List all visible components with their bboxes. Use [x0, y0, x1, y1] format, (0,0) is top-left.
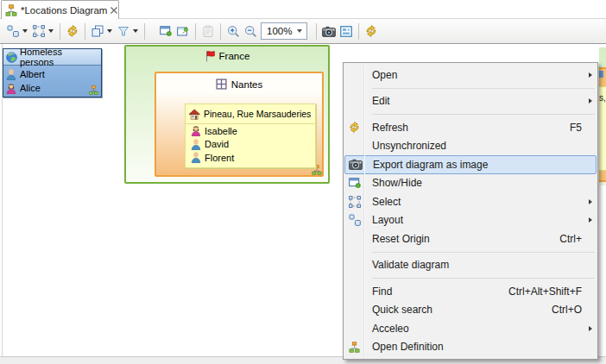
menu-item-open[interactable]: Open	[344, 66, 597, 85]
diagram-editor-window: *Locations Diagram	[0, 0, 606, 364]
person-female-icon	[191, 125, 201, 136]
list-item-albert[interactable]: Albert	[3, 67, 101, 81]
menu-item-reset-origin[interactable]: Reset Origin Ctrl+	[344, 229, 597, 248]
diagram-toolbar: 100%	[0, 19, 606, 44]
node-nantes-header: Nantes	[156, 78, 322, 90]
node-france-title: France	[219, 51, 250, 61]
node-nantes-title: Nantes	[231, 79, 262, 90]
editor-tab[interactable]: *Locations Diagram	[1, 0, 119, 19]
org-chart-icon	[5, 4, 17, 16]
person-female-icon	[6, 83, 16, 94]
arrange-icon[interactable]	[4, 22, 22, 41]
paste-layout-icon	[199, 22, 217, 41]
list-item-florent[interactable]: Florent	[186, 151, 315, 165]
menu-separator	[372, 114, 595, 115]
zoom-in-icon[interactable]	[224, 22, 242, 41]
member-name: Florent	[205, 153, 234, 163]
context-menu: Open Edit Refresh F5 Unsynchronized	[343, 62, 598, 360]
zoom-out-icon[interactable]	[242, 22, 259, 41]
red-flag-icon	[205, 50, 216, 62]
refresh-icon[interactable]	[64, 22, 81, 41]
menu-item-open-definition[interactable]: Open Definition	[344, 338, 597, 357]
marquee-select-icon	[346, 195, 363, 209]
node-pineau-header: Pineau, Rue Marsauderies	[186, 104, 315, 124]
node-homeless-header: Homeless persons	[3, 49, 101, 66]
node-pineau-title: Pineau, Rue Marsauderies	[204, 109, 311, 119]
menu-item-show-hide[interactable]: Show/Hide	[344, 174, 597, 193]
node-france-header: France	[126, 50, 328, 62]
filter-icon[interactable]	[115, 22, 132, 41]
select-dropdown-caret[interactable]	[48, 29, 54, 33]
toolbar-separator	[144, 23, 145, 40]
org-chart-icon	[346, 340, 363, 354]
refresh-icon	[346, 121, 363, 135]
member-name: Albert	[20, 69, 45, 79]
person-male-icon	[191, 152, 201, 163]
refresh-icon[interactable]	[363, 22, 380, 41]
menu-item-layout[interactable]: Layout	[344, 211, 597, 230]
toolbar-separator	[316, 23, 317, 40]
menu-item-quick-search[interactable]: Quick search Ctrl+O	[344, 301, 597, 320]
show-hide-window-icon[interactable]	[157, 22, 174, 41]
toolbar-separator	[60, 23, 60, 40]
close-icon[interactable]	[110, 5, 117, 16]
globe-icon	[6, 52, 17, 63]
hidden-icon-fragment	[599, 71, 603, 78]
camera-icon	[347, 158, 363, 172]
list-item-isabelle[interactable]: Isabelle	[186, 124, 315, 138]
zoom-level-value: 100%	[262, 26, 297, 36]
chevron-down-icon	[297, 29, 302, 33]
member-name: Alice	[20, 83, 41, 93]
copy-appearance-icon[interactable]	[89, 22, 106, 41]
submenu-arrow-icon	[582, 72, 592, 78]
menu-item-edit[interactable]: Edit	[344, 92, 597, 111]
list-item-david[interactable]: David	[186, 138, 315, 152]
submenu-arrow-icon	[582, 326, 592, 331]
person-male-icon	[6, 69, 16, 80]
arrange-dropdown-caret[interactable]	[22, 29, 28, 33]
node-pineau-residence[interactable]: Pineau, Rue Marsauderies Isabelle	[185, 104, 316, 168]
node-partially-hidden-location[interactable]: s,	[599, 47, 606, 185]
member-name: David	[205, 139, 229, 149]
menu-separator	[372, 252, 595, 253]
person-male-icon	[191, 139, 201, 150]
node-homeless-persons[interactable]: Homeless persons Albert	[3, 48, 102, 97]
toolbar-separator	[358, 23, 359, 40]
menu-item-validate-diagram[interactable]: Validate diagram	[344, 256, 597, 275]
diagram-window-icon[interactable]	[338, 22, 355, 41]
filter-dropdown-caret[interactable]	[133, 29, 138, 33]
editor-tab-bar: *Locations Diagram	[0, 0, 606, 19]
toolbar-separator	[195, 23, 196, 40]
toolbar-separator	[220, 23, 221, 40]
submenu-arrow-icon	[582, 199, 592, 204]
show-hide-window-icon	[346, 176, 363, 190]
tab-title: *Locations Diagram	[21, 5, 107, 16]
menu-item-acceleo[interactable]: Acceleo	[344, 319, 597, 338]
menu-separator	[372, 88, 595, 89]
menu-separator	[372, 278, 595, 279]
marquee-select-icon[interactable]	[30, 22, 47, 41]
list-item-alice[interactable]: Alice	[3, 81, 101, 95]
menu-item-export-diagram-as-image[interactable]: Export diagram as image	[344, 155, 597, 174]
arrange-icon	[346, 213, 363, 227]
clipped-label-fragment: s,	[599, 93, 606, 103]
submenu-arrow-icon	[582, 98, 592, 104]
toolbar-separator	[85, 23, 85, 40]
menu-item-find[interactable]: Find Ctrl+Alt+Shift+F	[344, 282, 597, 301]
zoom-level-combo[interactable]: 100%	[261, 22, 307, 40]
node-homeless-title: Homeless persons	[20, 47, 98, 67]
sub-diagram-icon	[89, 85, 98, 95]
house-icon	[188, 109, 200, 120]
pin-elements-icon[interactable]	[174, 22, 192, 41]
submenu-arrow-icon	[582, 217, 592, 223]
menu-item-unsynchronized[interactable]: Unsynchronized	[344, 137, 597, 156]
city-grid-icon	[216, 78, 227, 90]
export-image-camera-icon[interactable]	[320, 22, 338, 41]
member-name: Isabelle	[205, 126, 237, 136]
menu-item-select[interactable]: Select	[344, 192, 597, 211]
menu-item-refresh[interactable]: Refresh F5	[344, 118, 597, 137]
copy-dropdown-caret[interactable]	[107, 29, 112, 33]
